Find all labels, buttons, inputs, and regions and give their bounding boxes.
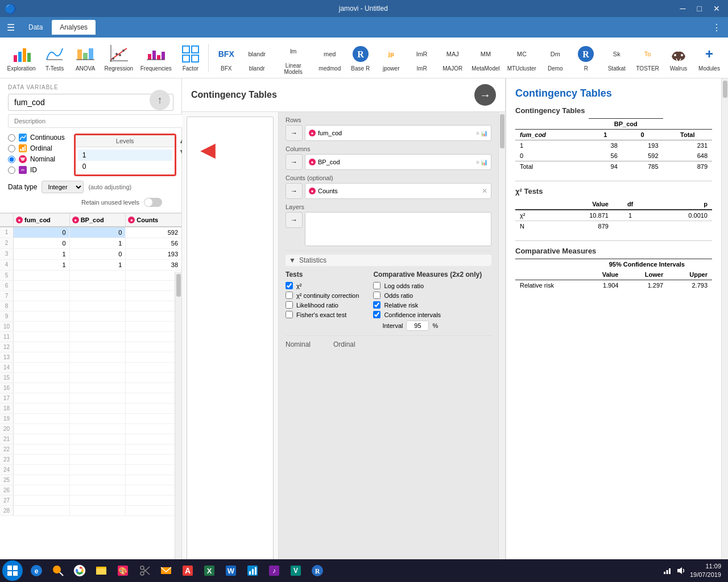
type-nominal-radio[interactable] [8,156,15,163]
cell-27-counts[interactable] [126,496,181,505]
test-chi2-checkbox[interactable] [286,282,293,289]
cell-7-bp_cod[interactable] [70,291,126,301]
cell-7-fum_cod[interactable] [14,291,70,301]
table-row[interactable]: 11 [0,332,181,342]
cell-24-counts[interactable] [126,465,181,475]
type-continuous-option[interactable]: Continuous [8,134,65,142]
taskbar-scissors[interactable] [134,560,155,581]
cell-25-fum_cod[interactable] [14,475,70,485]
cell-4-fum_cod[interactable]: 1 [14,260,70,270]
toolbar-exploration[interactable]: Exploration [5,41,38,74]
cell-18-bp_cod[interactable] [70,404,126,413]
cell-19-fum_cod[interactable] [14,414,70,423]
table-row[interactable]: 15 [0,373,181,383]
cell-17-fum_cod[interactable] [14,393,70,403]
table-row[interactable]: 2 0 1 56 [0,238,181,249]
table-row[interactable]: 18 [0,404,181,414]
col-header-fum_cod[interactable]: ● fum_cod [14,214,70,226]
table-row[interactable]: 7 [0,291,181,301]
table-row[interactable]: 21 [0,434,181,444]
cell-17-bp_cod[interactable] [70,393,126,403]
taskbar-mail[interactable] [156,560,176,581]
cell-12-bp_cod[interactable] [70,342,126,352]
toolbar-anova[interactable]: ANOVA [71,41,100,74]
type-id-option[interactable]: ✏ ID [8,166,65,174]
taskbar-r-app[interactable]: R [307,560,328,581]
table-row[interactable]: 17 [0,393,181,404]
cell-27-fum_cod[interactable] [14,496,70,505]
cell-14-counts[interactable] [126,363,181,372]
cell-28-counts[interactable] [126,506,181,516]
toolbar-demo[interactable]: Dm Demo [541,41,569,74]
cell-18-fum_cod[interactable] [14,404,70,413]
toolbar-blandr[interactable]: blandr blandr [243,41,271,74]
level-item-0[interactable]: 0 [78,161,172,172]
table-row[interactable]: 13 [0,352,181,363]
cell-5-bp_cod[interactable] [70,271,126,280]
start-button[interactable] [2,560,23,581]
table-row[interactable]: 23 [0,455,181,465]
table-row[interactable]: 14 [0,363,181,373]
cell-20-fum_cod[interactable] [14,424,70,434]
comp-or[interactable]: Odds ratio [373,292,491,299]
cell-6-bp_cod[interactable] [70,281,126,290]
cell-15-bp_cod[interactable] [70,373,126,383]
cell-13-bp_cod[interactable] [70,352,126,362]
cell-14-fum_cod[interactable] [14,363,70,372]
table-row[interactable]: 20 [0,424,181,434]
cell-11-fum_cod[interactable] [14,332,70,342]
columns-var-box[interactable]: ● BP_cod ≡ 📊 [305,154,491,170]
toolbar-factor[interactable]: Factor [176,41,205,74]
analysis-go-button[interactable]: → [474,84,496,106]
cell-23-fum_cod[interactable] [14,455,70,464]
cell-12-counts[interactable] [126,342,181,352]
comp-or-checkbox[interactable] [373,292,380,299]
cell-26-counts[interactable] [126,485,181,495]
cell-2-counts[interactable]: 56 [126,238,181,248]
cell-13-counts[interactable] [126,352,181,362]
cell-12-fum_cod[interactable] [14,342,70,352]
analysis-scrollbar-v[interactable] [498,112,505,582]
comp-ci[interactable]: Confidence intervals [373,311,491,318]
cell-3-fum_cod[interactable]: 1 [14,249,70,259]
table-row[interactable]: 6 [0,281,181,291]
toolbar-walrus[interactable]: Walrus [664,41,693,74]
cell-23-bp_cod[interactable] [70,455,126,464]
cell-19-bp_cod[interactable] [70,414,126,423]
cell-26-fum_cod[interactable] [14,485,70,495]
cell-3-bp_cod[interactable]: 0 [70,249,126,259]
retain-toggle[interactable] [144,198,162,207]
cell-16-bp_cod[interactable] [70,383,126,393]
cell-2-bp_cod[interactable]: 1 [70,238,126,248]
toolbar-modules[interactable]: + Modules [695,41,723,74]
grid-scrollbar-v[interactable] [175,272,181,563]
toolbar-jpower[interactable]: jp jpower [377,41,406,74]
taskbar-search[interactable] [48,560,68,581]
maximize-button[interactable]: □ [694,3,705,14]
cell-28-bp_cod[interactable] [70,506,126,516]
cell-2-fum_cod[interactable]: 0 [14,238,70,248]
var-name-input[interactable] [8,94,173,111]
comp-ci-checkbox[interactable] [373,311,380,318]
type-ordinal-option[interactable]: Ordinal [8,144,65,152]
toolbar-medmod[interactable]: med medmod [316,41,344,74]
table-row[interactable]: 27 [0,496,181,506]
data-type-select[interactable]: Integer Decimal Text [42,181,84,193]
cell-1-fum_cod[interactable]: 0 [14,227,70,238]
toolbar-major[interactable]: MAJ MAJOR [439,41,467,74]
table-row[interactable]: 10 [0,322,181,332]
cell-5-fum_cod[interactable] [14,271,70,280]
cell-11-counts[interactable] [126,332,181,342]
cell-1-counts[interactable]: 592 [126,227,181,238]
interval-input[interactable] [406,321,429,331]
cell-21-fum_cod[interactable] [14,434,70,444]
cell-6-counts[interactable] [126,281,181,290]
table-row[interactable]: 16 [0,383,181,393]
taskbar-graph[interactable] [242,560,263,581]
cell-3-counts[interactable]: 193 [126,249,181,259]
taskbar-app-a[interactable]: A [177,560,198,581]
var-up-button[interactable]: ↑ [150,90,170,110]
output-scrollbar[interactable] [721,78,728,582]
table-row[interactable]: 19 [0,414,181,424]
cell-20-bp_cod[interactable] [70,424,126,434]
